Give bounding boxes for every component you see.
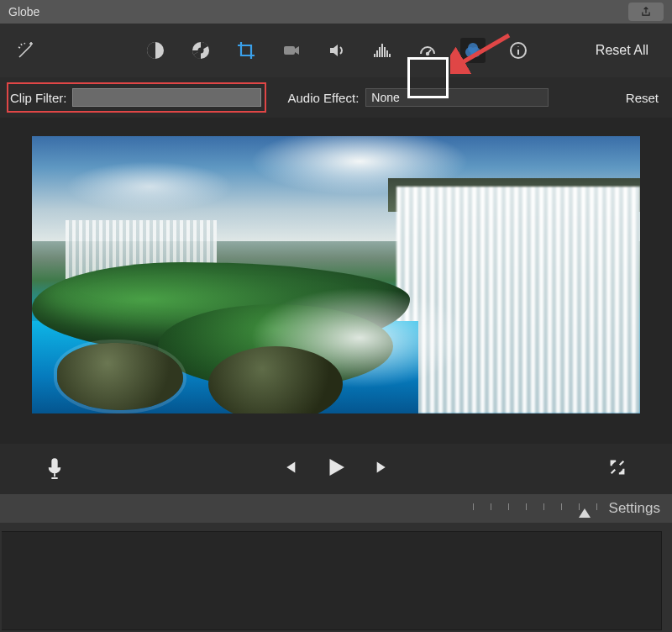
crop-icon[interactable] xyxy=(234,38,259,63)
equalizer-icon[interactable] xyxy=(370,38,395,63)
color-correction-icon[interactable] xyxy=(188,38,213,63)
share-icon xyxy=(640,6,652,18)
magic-wand-icon[interactable] xyxy=(13,38,39,63)
clip-filter-group: Clip Filter: xyxy=(7,82,266,113)
effects-row: Clip Filter: Audio Effect: None Reset xyxy=(0,77,672,118)
share-button[interactable] xyxy=(628,3,664,21)
timeline-track-area[interactable] xyxy=(2,531,662,630)
annotation-highlight-box xyxy=(407,57,449,98)
volume-icon[interactable] xyxy=(324,38,349,63)
timeline-zoom-slider[interactable] xyxy=(473,503,597,514)
svg-line-9 xyxy=(457,35,509,66)
reset-button[interactable]: Reset xyxy=(626,91,659,105)
stabilize-camera-icon[interactable] xyxy=(279,38,304,63)
video-preview[interactable] xyxy=(32,136,640,413)
audio-effect-selector[interactable]: None xyxy=(365,88,549,107)
voiceover-record-button[interactable] xyxy=(45,457,64,481)
color-balance-icon[interactable] xyxy=(143,38,168,63)
timeline-pane xyxy=(0,523,672,632)
timeline-settings-bar: Settings xyxy=(0,494,672,523)
reset-all-button[interactable]: Reset All xyxy=(596,43,655,58)
transport-bar xyxy=(0,444,672,494)
adjustments-toolbar: Reset All xyxy=(0,24,672,77)
svg-point-4 xyxy=(427,53,428,55)
play-button[interactable] xyxy=(323,455,349,483)
project-title: Globe xyxy=(8,5,39,18)
titlebar: Globe xyxy=(0,0,672,24)
preview-area xyxy=(0,118,672,444)
next-frame-button[interactable] xyxy=(374,458,392,480)
zoom-slider-thumb[interactable] xyxy=(579,508,591,518)
previous-frame-button[interactable] xyxy=(280,458,298,480)
clip-filter-selector[interactable] xyxy=(72,88,261,107)
settings-button[interactable]: Settings xyxy=(609,500,660,517)
fullscreen-button[interactable] xyxy=(608,458,627,480)
clip-filter-label: Clip Filter: xyxy=(10,91,67,105)
svg-rect-3 xyxy=(284,46,295,55)
annotation-arrow-icon xyxy=(450,32,517,74)
audio-effect-label: Audio Effect: xyxy=(288,91,360,105)
